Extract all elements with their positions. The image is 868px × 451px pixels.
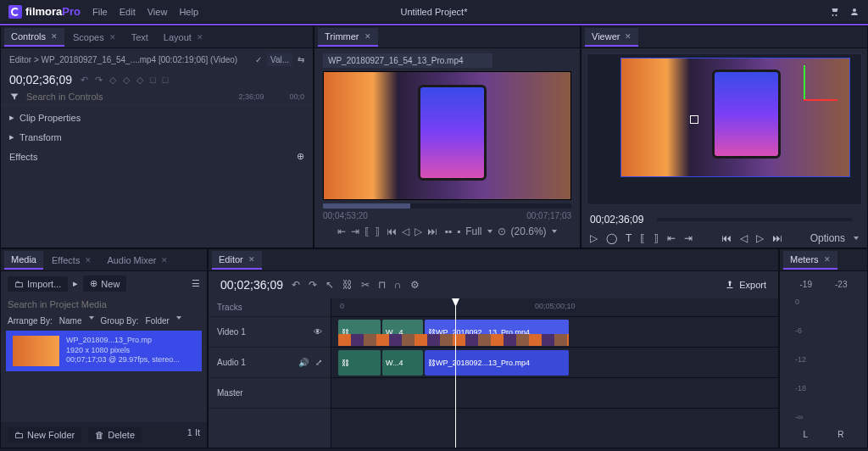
trimmer-in-tc[interactable]: 00;04;53;20 [323, 211, 368, 220]
zoom-icon[interactable]: ⊙ [498, 226, 506, 237]
redo-icon[interactable]: ↷ [309, 279, 317, 291]
close-icon[interactable]: ✕ [109, 33, 116, 42]
solo-icon[interactable]: ⤢ [315, 358, 322, 367]
step-back-icon[interactable]: ◁ [402, 226, 409, 237]
user-icon[interactable] [849, 7, 860, 17]
controls-timecode[interactable]: 00;02;36;09 [9, 73, 72, 86]
audio-clip[interactable]: ⛓ WP_2018092...13_Pro.mp4 [425, 350, 569, 376]
clip-icon[interactable]: ▪ [457, 226, 460, 237]
prev-icon[interactable]: ⏮ [387, 226, 397, 237]
media-item[interactable]: WP_201809...13_Pro.mp 1920 x 1080 pixels… [6, 331, 202, 371]
close-icon[interactable]: ✕ [248, 255, 255, 264]
close-icon[interactable]: ✕ [51, 32, 58, 41]
arrange-dropdown[interactable]: Name [59, 316, 82, 326]
bracket-icon[interactable]: ⟧ [654, 232, 659, 244]
next-icon[interactable]: ⏭ [772, 232, 782, 244]
text-icon[interactable]: T [626, 232, 632, 244]
viewer-timecode[interactable]: 00;02;36;09 [590, 214, 643, 226]
menu-view[interactable]: View [147, 7, 168, 17]
tab-editor[interactable]: Editor✕ [212, 251, 262, 270]
close-icon[interactable]: ✕ [364, 32, 371, 41]
keyframe-icon[interactable]: ◇ [109, 75, 116, 86]
menu-file[interactable]: File [92, 7, 108, 17]
play-icon[interactable]: ▷ [756, 232, 764, 244]
keyframe-icon[interactable]: ◇ [123, 75, 130, 86]
cart-icon[interactable] [829, 7, 839, 17]
menu-help[interactable]: Help [179, 7, 198, 17]
add-icon[interactable]: ⊕ [297, 151, 304, 162]
snap-icon[interactable]: ⊓ [378, 279, 386, 291]
video-track-header[interactable]: Video 1👁 [209, 317, 331, 348]
viewer-scrubber[interactable] [657, 218, 852, 221]
tab-scopes[interactable]: Scopes✕ [66, 29, 123, 46]
next-icon[interactable]: ⏭ [427, 226, 437, 237]
tab-audio-mixer[interactable]: Audio Mixer✕ [100, 252, 175, 269]
controls-transform[interactable]: ▸Transform [1, 127, 313, 147]
viewer-canvas[interactable] [587, 53, 862, 205]
tab-trimmer[interactable]: Trimmer✕ [318, 28, 378, 47]
controls-clip-properties[interactable]: ▸Clip Properties [1, 108, 313, 127]
tab-meters[interactable]: Meters✕ [783, 251, 837, 270]
bracket-icon[interactable]: ⟧ [375, 226, 380, 237]
close-icon[interactable]: ✕ [625, 32, 632, 41]
controls-search-input[interactable] [26, 92, 231, 102]
bracket-icon[interactable]: ⟦ [640, 232, 645, 244]
close-icon[interactable]: ✕ [824, 255, 831, 264]
prev-icon[interactable]: ⏮ [721, 232, 732, 244]
master-track-header[interactable]: Master [209, 378, 331, 409]
mark-in-icon[interactable]: ⇤ [667, 232, 676, 244]
tab-viewer[interactable]: Viewer✕ [585, 28, 638, 47]
link-icon[interactable]: ⛓ [342, 279, 353, 291]
media-search-input[interactable] [8, 299, 200, 309]
trimmer-clip-name[interactable]: WP_20180927_16_54_13_Pro.mp4 [323, 53, 492, 68]
gear-icon[interactable]: ⚙ [410, 279, 420, 291]
close-icon[interactable]: ✕ [161, 256, 168, 264]
magnet-icon[interactable]: ∩ [394, 279, 402, 291]
controls-effects[interactable]: Effects⊕ [1, 147, 313, 166]
scale-dropdown[interactable]: Full [465, 226, 481, 237]
editor-timecode[interactable]: 00;02;36;09 [220, 278, 283, 292]
transform-handle[interactable] [690, 115, 698, 124]
eye-icon[interactable]: 👁 [314, 327, 322, 337]
audio-track-header[interactable]: Audio 1🔊⤢ [209, 348, 331, 378]
filter-icon[interactable] [9, 92, 19, 102]
export-button[interactable]: Export [725, 280, 766, 290]
value-dropdown[interactable]: Val... [267, 53, 292, 66]
tab-effects[interactable]: Effects✕ [45, 252, 98, 269]
delete-button[interactable]: 🗑Delete [88, 427, 142, 443]
menu-edit[interactable]: Edit [120, 7, 136, 17]
tab-media[interactable]: Media [4, 251, 43, 270]
mute-icon[interactable]: 🔊 [298, 358, 309, 367]
check-icon[interactable]: ✓ [255, 55, 262, 64]
audio-clip[interactable]: W...4 [382, 350, 423, 376]
keyframe-icon[interactable]: ◇ [136, 75, 143, 86]
playhead[interactable] [455, 298, 456, 448]
mark-out-icon[interactable]: ⇥ [684, 232, 693, 244]
slice-tool-icon[interactable]: ✂ [361, 279, 370, 291]
trimmer-scrubber[interactable] [323, 203, 571, 209]
new-folder-button[interactable]: 🗀New Folder [8, 427, 81, 443]
redo-icon[interactable]: ↷ [95, 75, 103, 86]
close-icon[interactable]: ✕ [85, 256, 92, 264]
square-icon[interactable]: □ [150, 75, 156, 86]
close-icon[interactable]: ✕ [197, 33, 203, 42]
step-back-icon[interactable]: ◁ [740, 232, 748, 244]
zoom-value[interactable]: (20.6%) [511, 226, 547, 237]
options-dropdown[interactable]: Options [810, 232, 845, 244]
trimmer-out-tc[interactable]: 00;07;17;03 [526, 211, 571, 220]
play-icon[interactable]: ▷ [590, 232, 598, 244]
play-icon[interactable]: ▷ [415, 226, 422, 237]
swap-icon[interactable]: ⇆ [298, 55, 304, 64]
group-dropdown[interactable]: Folder [146, 316, 170, 326]
audio-clip[interactable]: ⛓ [338, 350, 381, 376]
mark-out-icon[interactable]: ⇥ [351, 226, 359, 237]
mark-in-icon[interactable]: ⇤ [337, 226, 346, 237]
tab-controls[interactable]: Controls✕ [4, 28, 64, 47]
square-icon[interactable]: □ [163, 75, 169, 86]
bracket-icon[interactable]: ⟦ [364, 226, 370, 237]
import-button[interactable]: 🗀Import... [8, 276, 68, 292]
clip-icon[interactable]: ▪▪ [444, 226, 452, 237]
trimmer-preview[interactable] [323, 71, 571, 200]
select-tool-icon[interactable]: ↖ [326, 279, 334, 291]
tab-layout[interactable]: Layout✕ [157, 29, 210, 46]
